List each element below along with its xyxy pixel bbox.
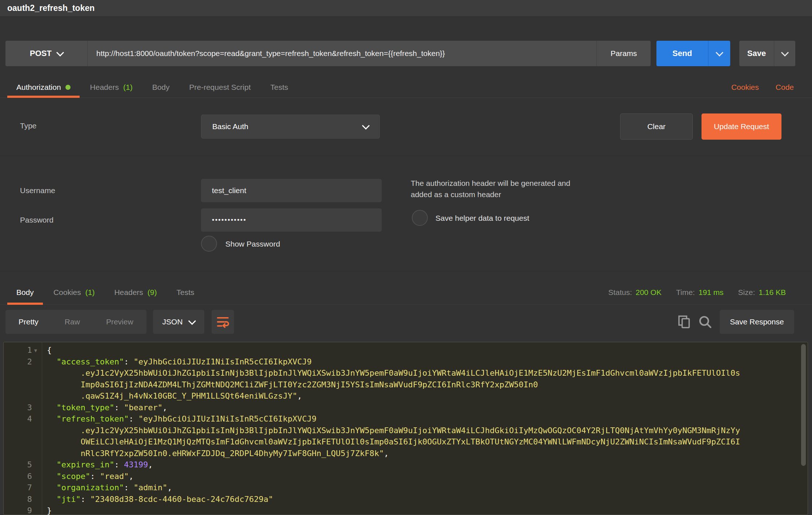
code-line: 1▾{ [4, 344, 808, 356]
save-button[interactable]: Save [739, 41, 774, 66]
code-line: 9} [4, 505, 808, 515]
wrap-text-button[interactable] [212, 310, 234, 334]
username-label: Username [20, 186, 55, 195]
tab-label: Cookies [53, 288, 81, 297]
code-line: OWEiLCJleHAiOjE1MzQ1MjQzMTQsImF1dGhvcml0… [4, 436, 808, 448]
code-line: 8 "jti": "23408d38-8cdc-4460-beac-24c76d… [4, 494, 808, 505]
auth-type-select[interactable]: Basic Auth [201, 115, 380, 139]
code-line: 7 "organization": "admin", [4, 482, 808, 494]
chevron-down-icon [362, 122, 370, 129]
status-value: 200 OK [636, 288, 662, 297]
response-tab-cookies[interactable]: Cookies (1) [44, 280, 105, 304]
size-value: 1.16 KB [759, 288, 786, 297]
chevron-down-icon [188, 317, 196, 325]
save-helper-radio[interactable] [412, 210, 428, 226]
auth-type-value: Basic Auth [212, 122, 248, 131]
username-value: test_client [212, 186, 246, 195]
cookies-link[interactable]: Cookies [731, 83, 759, 92]
response-tab-tests[interactable]: Tests [166, 280, 204, 304]
save-button-group: Save [739, 41, 795, 66]
code-line: .eyJ1c2VyX25hbWUiOiJhZG1pbiIsInNjb3BlIjp… [4, 367, 808, 379]
password-label: Password [20, 216, 53, 224]
tab-authorization[interactable]: Authorization [7, 77, 80, 97]
code-line: 6 "scope": "read", [4, 471, 808, 482]
tab-label: Headers [114, 288, 143, 297]
copy-icon [676, 314, 692, 330]
view-raw-button[interactable]: Raw [52, 310, 93, 334]
method-select[interactable]: POST [5, 41, 88, 66]
tab-pre-request-script[interactable]: Pre-request Script [180, 77, 261, 97]
method-label: POST [30, 49, 52, 58]
format-select[interactable]: JSON [153, 310, 204, 334]
clear-button[interactable]: Clear [620, 113, 693, 140]
status-label: Status: [608, 288, 632, 297]
type-label: Type [20, 121, 37, 130]
tab-count: (9) [148, 288, 157, 297]
copy-response-button[interactable] [676, 314, 692, 330]
send-button[interactable]: Send [656, 41, 708, 66]
postman-window: oauth2_refresh_token POST http://host1:8… [0, 0, 812, 515]
tab-label: Tests [270, 83, 288, 92]
size-label: Size: [738, 288, 755, 297]
request-tabs: Authorization Headers (1) Body Pre-reque… [0, 77, 812, 98]
tab-body[interactable]: Body [142, 77, 180, 97]
divider [0, 156, 812, 156]
tab-label: Body [152, 83, 170, 92]
chevron-down-icon [56, 49, 64, 56]
url-input[interactable]: http://host1:8000/oauth/token?scope=read… [88, 41, 597, 66]
code-line: Imp0aSI6IjIzNDA4ZDM4LThjZGMtNDQ2MC1iZWFj… [4, 379, 808, 391]
update-request-button[interactable]: Update Request [702, 113, 781, 140]
params-button[interactable]: Params [597, 41, 651, 66]
response-tab-body[interactable]: Body [7, 280, 44, 304]
response-toolbar: Pretty Raw Preview JSON Save Response [5, 310, 794, 334]
save-response-button[interactable]: Save Response [720, 310, 794, 334]
search-response-button[interactable] [697, 314, 713, 330]
show-password-radio[interactable] [201, 236, 217, 252]
password-input[interactable]: ••••••••••• [201, 208, 382, 232]
wrap-text-icon [216, 315, 230, 329]
code-line: 2 "access_token": "eyJhbGciOiJIUzI1NiIsI… [4, 356, 808, 368]
password-value: ••••••••••• [212, 216, 246, 224]
show-password-label: Show Password [225, 240, 280, 248]
view-preview-button[interactable]: Preview [93, 310, 146, 334]
tab-tests[interactable]: Tests [261, 77, 298, 97]
time-label: Time: [676, 288, 695, 297]
code-line: 4 "refresh_token": "eyJhbGciOiJIUzI1NiIs… [4, 413, 808, 425]
tab-label: Body [16, 288, 34, 297]
request-title: oauth2_refresh_token [7, 3, 95, 13]
tab-label: Tests [176, 288, 194, 297]
view-pretty-button[interactable]: Pretty [5, 310, 52, 334]
save-dropdown-button[interactable] [774, 41, 795, 66]
response-status-bar: Status: 200 OK Time: 191 ms Size: 1.16 K… [608, 280, 786, 305]
code-line: .qawS1Z4j_h4vNx10GBC_Y_PHM1LLSQt64eniWLG… [4, 390, 808, 402]
helper-line-1: The authorization header will be generat… [411, 177, 570, 189]
url-text: http://host1:8000/oauth/token?scope=read… [96, 49, 445, 58]
request-url-row: POST http://host1:8000/oauth/token?scope… [5, 41, 807, 66]
chevron-down-icon [781, 49, 788, 56]
divider [0, 271, 812, 271]
code-link[interactable]: Code [776, 83, 794, 92]
vertical-scrollbar[interactable] [801, 344, 806, 466]
response-tab-headers[interactable]: Headers (9) [104, 280, 166, 304]
code-line: nRlc3RfY2xpZW50In0.eHRWxFZDJDq_2RDPL4Dhy… [4, 448, 808, 459]
tab-label: Pre-request Script [189, 83, 251, 92]
url-group: POST http://host1:8000/oauth/token?scope… [5, 41, 651, 66]
tab-label: Authorization [16, 83, 61, 92]
tab-count: (1) [85, 288, 95, 297]
tabs-right-links: Cookies Code [731, 83, 812, 92]
tab-count: (1) [123, 83, 133, 92]
code-line: .eyJ1c2VyX25hbWUiOiJhZG1pbiIsInNjb3BlIjp… [4, 425, 808, 436]
tab-headers[interactable]: Headers (1) [80, 77, 142, 97]
send-dropdown-button[interactable] [708, 41, 730, 66]
tab-label: Headers [90, 83, 119, 92]
chevron-down-icon [715, 49, 723, 56]
auth-helper-text: The authorization header will be generat… [411, 177, 570, 200]
view-mode-group: Pretty Raw Preview [5, 310, 146, 334]
fold-toggle-icon[interactable]: ▾ [34, 345, 37, 356]
code-lines: 1▾{2 "access_token": "eyJhbGciOiJIUzI1Ni… [4, 342, 808, 515]
code-line: 5 "expires_in": 43199, [4, 459, 808, 471]
request-titlebar: oauth2_refresh_token [0, 0, 812, 17]
username-input[interactable]: test_client [201, 179, 382, 202]
search-icon [698, 314, 713, 330]
response-body-viewer: 1▾{2 "access_token": "eyJhbGciOiJIUzI1Ni… [3, 342, 808, 515]
